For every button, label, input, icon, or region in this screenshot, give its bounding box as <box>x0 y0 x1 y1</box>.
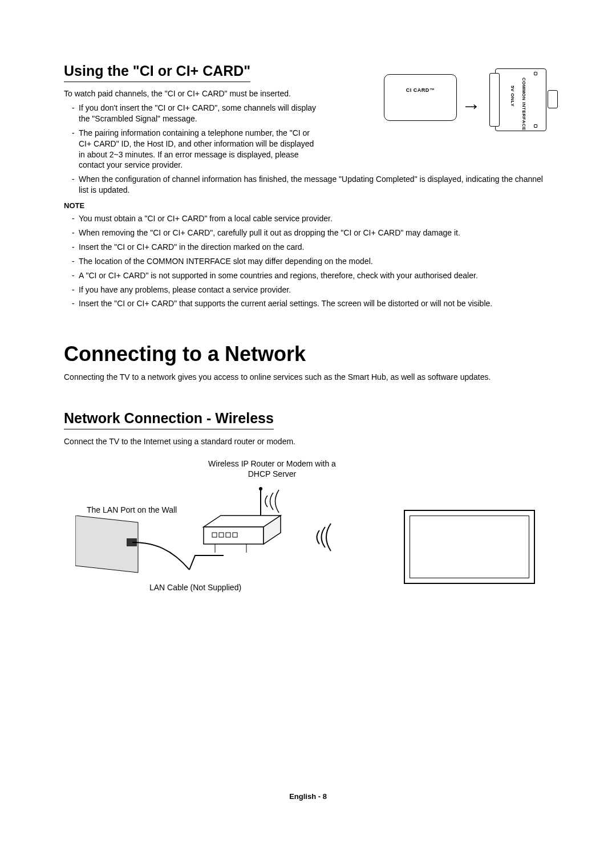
bullet-item: The pairing information containing a tel… <box>72 128 318 171</box>
svg-rect-4 <box>219 533 224 537</box>
note-bullets: You must obtain a "CI or CI+ CARD" from … <box>64 213 552 309</box>
bullet-item: Insert the "CI or CI+ CARD" in the direc… <box>72 242 552 253</box>
intro-ci-card: To watch paid channels, the "CI or CI+ C… <box>64 89 309 98</box>
tv-illustration <box>404 510 535 584</box>
heading-ci-card: Using the "CI or CI+ CARD" <box>64 63 250 82</box>
slot-label-5v: 5V ONLY <box>510 86 515 107</box>
router-caption: Wireless IP Router or Modem with a DHCP … <box>198 459 346 479</box>
intro-wireless: Connect the TV to the Internet using a s… <box>64 436 552 447</box>
svg-rect-3 <box>212 533 217 537</box>
ci-card-figure: CI CARD™ → 5V ONLY COMMON INTERFACE <box>384 67 552 136</box>
heading-wireless: Network Connection - Wireless <box>64 410 274 429</box>
bullet-item: If you have any problems, please contact… <box>72 285 552 295</box>
bullet-item: A "CI or CI+ CARD" is not supported in s… <box>72 270 552 281</box>
ci-card-label: CI CARD™ <box>406 87 435 93</box>
intro-connecting-network: Connecting the TV to a network gives you… <box>64 372 552 383</box>
ci-card-illustration: CI CARD™ <box>384 74 457 121</box>
bullet-item: The location of the COMMON INTERFACE slo… <box>72 256 552 267</box>
ci-slot-illustration: 5V ONLY COMMON INTERFACE <box>489 68 552 131</box>
lan-cable-caption: LAN Cable (Not Supplied) <box>149 583 241 592</box>
arrow-right-icon: → <box>461 95 481 117</box>
wifi-signal-out-icon <box>259 487 282 521</box>
lan-port-caption: The LAN Port on the Wall <box>87 505 177 514</box>
svg-rect-6 <box>233 533 237 537</box>
heading-connecting-network: Connecting to a Network <box>64 342 552 366</box>
bullet-item: You must obtain a "CI or CI+ CARD" from … <box>72 213 552 224</box>
section-ci-card: Using the "CI or CI+ CARD" To watch paid… <box>64 63 552 309</box>
bullets-top: If you don't insert the "CI or CI+ CARD"… <box>64 103 318 171</box>
svg-rect-5 <box>226 533 230 537</box>
bullet-item: When removing the "CI or CI+ CARD", care… <box>72 228 552 238</box>
note-label: NOTE <box>64 201 552 210</box>
network-diagram: Wireless IP Router or Modem with a DHCP … <box>64 459 552 607</box>
wifi-signal-in-icon <box>309 521 334 559</box>
bullet-item: If you don't insert the "CI or CI+ CARD"… <box>72 103 318 124</box>
bullet-item: Insert the "CI or CI+ CARD" that support… <box>72 298 552 309</box>
bullets-wide: When the configuration of channel inform… <box>64 174 552 196</box>
bullet-item: When the configuration of channel inform… <box>72 174 552 196</box>
slot-label-ci: COMMON INTERFACE <box>521 78 526 131</box>
page-footer: English - 8 <box>0 792 616 801</box>
